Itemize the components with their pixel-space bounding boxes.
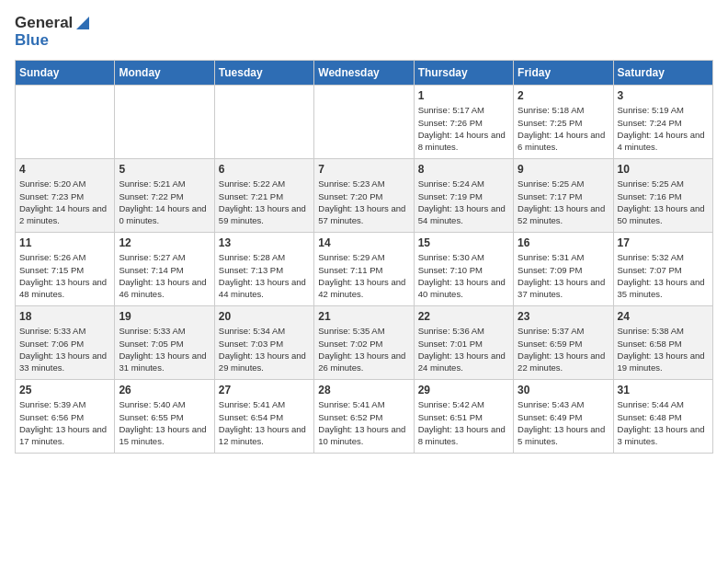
cell-content: Sunrise: 5:20 AM Sunset: 7:23 PM Dayligh… bbox=[19, 178, 110, 226]
calendar-cell: 9Sunrise: 5:25 AM Sunset: 7:17 PM Daylig… bbox=[514, 159, 613, 233]
cell-content: Sunrise: 5:21 AM Sunset: 7:22 PM Dayligh… bbox=[119, 178, 210, 226]
cell-content: Sunrise: 5:44 AM Sunset: 6:48 PM Dayligh… bbox=[618, 398, 709, 447]
day-number: 6 bbox=[219, 163, 310, 176]
day-number: 16 bbox=[518, 236, 609, 249]
calendar-cell: 18Sunrise: 5:33 AM Sunset: 7:06 PM Dayli… bbox=[16, 306, 115, 380]
day-number: 5 bbox=[119, 163, 210, 176]
calendar-table: SundayMondayTuesdayWednesdayThursdayFrid… bbox=[15, 60, 713, 454]
calendar-cell bbox=[314, 86, 414, 159]
logo-blue: Blue bbox=[15, 31, 49, 49]
day-number: 31 bbox=[618, 384, 709, 396]
cell-content: Sunrise: 5:36 AM Sunset: 7:01 PM Dayligh… bbox=[418, 325, 509, 373]
calendar-cell: 30Sunrise: 5:43 AM Sunset: 6:49 PM Dayli… bbox=[514, 380, 613, 454]
day-header-sunday: Sunday bbox=[16, 61, 115, 86]
day-number: 14 bbox=[318, 236, 409, 249]
cell-content: Sunrise: 5:37 AM Sunset: 6:59 PM Dayligh… bbox=[518, 325, 609, 373]
cell-content: Sunrise: 5:27 AM Sunset: 7:14 PM Dayligh… bbox=[119, 251, 210, 300]
calendar-cell: 26Sunrise: 5:40 AM Sunset: 6:55 PM Dayli… bbox=[115, 380, 214, 454]
day-number: 27 bbox=[219, 384, 310, 396]
cell-content: Sunrise: 5:33 AM Sunset: 7:06 PM Dayligh… bbox=[19, 325, 110, 373]
day-number: 28 bbox=[318, 384, 409, 396]
day-number: 26 bbox=[119, 384, 210, 396]
calendar-cell: 21Sunrise: 5:35 AM Sunset: 7:02 PM Dayli… bbox=[314, 306, 414, 380]
calendar-cell bbox=[214, 86, 313, 159]
day-number: 11 bbox=[19, 236, 110, 249]
day-number: 10 bbox=[618, 163, 709, 176]
calendar-cell: 19Sunrise: 5:33 AM Sunset: 7:05 PM Dayli… bbox=[115, 306, 214, 380]
cell-content: Sunrise: 5:41 AM Sunset: 6:52 PM Dayligh… bbox=[318, 398, 409, 447]
day-number: 15 bbox=[418, 236, 509, 249]
svg-marker-0 bbox=[76, 17, 89, 29]
cell-content: Sunrise: 5:23 AM Sunset: 7:20 PM Dayligh… bbox=[318, 178, 409, 226]
cell-content: Sunrise: 5:35 AM Sunset: 7:02 PM Dayligh… bbox=[318, 325, 409, 373]
day-header-tuesday: Tuesday bbox=[214, 61, 313, 86]
cell-content: Sunrise: 5:40 AM Sunset: 6:55 PM Dayligh… bbox=[119, 398, 210, 447]
calendar-week-row: 25Sunrise: 5:39 AM Sunset: 6:56 PM Dayli… bbox=[16, 380, 713, 454]
cell-content: Sunrise: 5:32 AM Sunset: 7:07 PM Dayligh… bbox=[618, 251, 709, 300]
cell-content: Sunrise: 5:38 AM Sunset: 6:58 PM Dayligh… bbox=[618, 325, 709, 373]
calendar-cell: 25Sunrise: 5:39 AM Sunset: 6:56 PM Dayli… bbox=[16, 380, 115, 454]
day-number: 1 bbox=[418, 89, 509, 102]
calendar-cell: 7Sunrise: 5:23 AM Sunset: 7:20 PM Daylig… bbox=[314, 159, 414, 233]
calendar-cell: 6Sunrise: 5:22 AM Sunset: 7:21 PM Daylig… bbox=[214, 159, 313, 233]
day-number: 21 bbox=[318, 310, 409, 323]
calendar-week-row: 18Sunrise: 5:33 AM Sunset: 7:06 PM Dayli… bbox=[16, 306, 713, 380]
cell-content: Sunrise: 5:42 AM Sunset: 6:51 PM Dayligh… bbox=[418, 398, 509, 447]
cell-content: Sunrise: 5:19 AM Sunset: 7:24 PM Dayligh… bbox=[618, 104, 709, 153]
logo-general: General bbox=[15, 15, 73, 32]
calendar-body: 1Sunrise: 5:17 AM Sunset: 7:26 PM Daylig… bbox=[16, 86, 713, 454]
cell-content: Sunrise: 5:30 AM Sunset: 7:10 PM Dayligh… bbox=[418, 251, 509, 300]
calendar-cell: 23Sunrise: 5:37 AM Sunset: 6:59 PM Dayli… bbox=[514, 306, 613, 380]
cell-content: Sunrise: 5:18 AM Sunset: 7:25 PM Dayligh… bbox=[518, 104, 609, 153]
calendar-cell bbox=[115, 86, 214, 159]
day-header-friday: Friday bbox=[514, 61, 613, 86]
calendar-cell: 14Sunrise: 5:29 AM Sunset: 7:11 PM Dayli… bbox=[314, 233, 414, 306]
calendar-cell: 10Sunrise: 5:25 AM Sunset: 7:16 PM Dayli… bbox=[613, 159, 712, 233]
calendar-week-row: 4Sunrise: 5:20 AM Sunset: 7:23 PM Daylig… bbox=[16, 159, 713, 233]
day-number: 18 bbox=[19, 310, 110, 323]
day-number: 22 bbox=[418, 310, 509, 323]
calendar-cell: 11Sunrise: 5:26 AM Sunset: 7:15 PM Dayli… bbox=[16, 233, 115, 306]
cell-content: Sunrise: 5:43 AM Sunset: 6:49 PM Dayligh… bbox=[518, 398, 609, 447]
calendar-cell: 28Sunrise: 5:41 AM Sunset: 6:52 PM Dayli… bbox=[314, 380, 414, 454]
page-header: General Blue bbox=[15, 15, 713, 49]
calendar-cell bbox=[16, 86, 115, 159]
calendar-cell: 13Sunrise: 5:28 AM Sunset: 7:13 PM Dayli… bbox=[214, 233, 313, 306]
calendar-week-row: 1Sunrise: 5:17 AM Sunset: 7:26 PM Daylig… bbox=[16, 86, 713, 159]
day-number: 17 bbox=[618, 236, 709, 249]
day-number: 2 bbox=[518, 89, 609, 102]
day-number: 13 bbox=[219, 236, 310, 249]
calendar-header-row: SundayMondayTuesdayWednesdayThursdayFrid… bbox=[16, 61, 713, 86]
cell-content: Sunrise: 5:17 AM Sunset: 7:26 PM Dayligh… bbox=[418, 104, 509, 153]
day-header-monday: Monday bbox=[115, 61, 214, 86]
calendar-cell: 1Sunrise: 5:17 AM Sunset: 7:26 PM Daylig… bbox=[414, 86, 513, 159]
day-header-thursday: Thursday bbox=[414, 61, 513, 86]
calendar-cell: 12Sunrise: 5:27 AM Sunset: 7:14 PM Dayli… bbox=[115, 233, 214, 306]
day-number: 20 bbox=[219, 310, 310, 323]
calendar-cell: 20Sunrise: 5:34 AM Sunset: 7:03 PM Dayli… bbox=[214, 306, 313, 380]
logo-triangle-icon bbox=[74, 15, 91, 31]
calendar-cell: 15Sunrise: 5:30 AM Sunset: 7:10 PM Dayli… bbox=[414, 233, 513, 306]
calendar-cell: 8Sunrise: 5:24 AM Sunset: 7:19 PM Daylig… bbox=[414, 159, 513, 233]
day-number: 9 bbox=[518, 163, 609, 176]
calendar-week-row: 11Sunrise: 5:26 AM Sunset: 7:15 PM Dayli… bbox=[16, 233, 713, 306]
day-number: 19 bbox=[119, 310, 210, 323]
day-header-wednesday: Wednesday bbox=[314, 61, 414, 86]
logo: General Blue bbox=[15, 15, 91, 49]
cell-content: Sunrise: 5:31 AM Sunset: 7:09 PM Dayligh… bbox=[518, 251, 609, 300]
day-number: 12 bbox=[119, 236, 210, 249]
calendar-cell: 4Sunrise: 5:20 AM Sunset: 7:23 PM Daylig… bbox=[16, 159, 115, 233]
calendar-cell: 31Sunrise: 5:44 AM Sunset: 6:48 PM Dayli… bbox=[613, 380, 712, 454]
day-number: 7 bbox=[318, 163, 409, 176]
calendar-cell: 27Sunrise: 5:41 AM Sunset: 6:54 PM Dayli… bbox=[214, 380, 313, 454]
logo-wordmark: General Blue bbox=[15, 15, 91, 49]
calendar-cell: 24Sunrise: 5:38 AM Sunset: 6:58 PM Dayli… bbox=[613, 306, 712, 380]
calendar-cell: 16Sunrise: 5:31 AM Sunset: 7:09 PM Dayli… bbox=[514, 233, 613, 306]
calendar-cell: 2Sunrise: 5:18 AM Sunset: 7:25 PM Daylig… bbox=[514, 86, 613, 159]
day-header-saturday: Saturday bbox=[613, 61, 712, 86]
cell-content: Sunrise: 5:24 AM Sunset: 7:19 PM Dayligh… bbox=[418, 178, 509, 226]
day-number: 30 bbox=[518, 384, 609, 396]
day-number: 29 bbox=[418, 384, 509, 396]
day-number: 24 bbox=[618, 310, 709, 323]
calendar-cell: 22Sunrise: 5:36 AM Sunset: 7:01 PM Dayli… bbox=[414, 306, 513, 380]
